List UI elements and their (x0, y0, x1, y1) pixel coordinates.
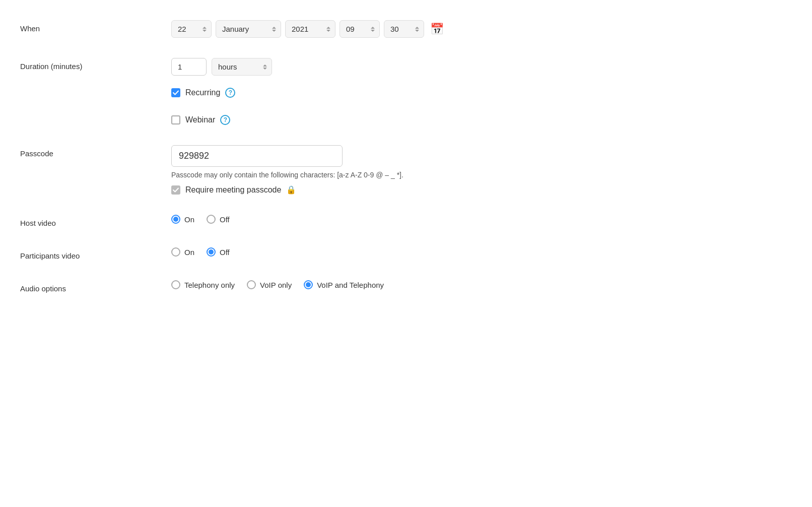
duration-minutes-input[interactable] (171, 58, 207, 76)
recurring-help-icon[interactable]: ? (225, 88, 235, 98)
passcode-row: Passcode Passcode may only contain the f… (20, 135, 792, 205)
voip-only-label: VoIP only (260, 281, 292, 289)
host-video-on-label: On (184, 215, 194, 224)
participants-video-radio-group: On Off (171, 247, 230, 257)
require-passcode-row: Require meeting passcode 🔒 (171, 185, 403, 195)
host-video-row: Host video On Off (20, 205, 792, 237)
recurring-checkbox[interactable] (171, 88, 180, 97)
day-select[interactable]: 22 (171, 20, 212, 38)
duration-checkboxes-stack: hours minutes Recurring ? (171, 58, 272, 125)
voip-telephony-option[interactable]: VoIP and Telephony (304, 280, 384, 289)
participants-video-off-option[interactable]: Off (207, 247, 230, 257)
telephony-only-label: Telephony only (184, 281, 235, 289)
voip-telephony-label: VoIP and Telephony (317, 281, 384, 289)
when-label: When (20, 20, 171, 33)
audio-options-controls: Telephony only VoIP only VoIP and Teleph… (171, 280, 792, 289)
participants-video-off-radio[interactable] (207, 247, 216, 257)
participants-video-off-label: Off (220, 248, 230, 257)
participants-video-on-option[interactable]: On (171, 247, 194, 257)
host-video-off-label: Off (220, 215, 230, 224)
participants-video-label: Participants video (20, 247, 171, 260)
minute-select[interactable]: 30 (384, 20, 424, 38)
passcode-controls: Passcode may only contain the following … (171, 145, 792, 195)
duration-input-row: hours minutes (171, 58, 272, 76)
duration-row: Duration (minutes) hours minutes (20, 48, 792, 135)
recurring-row: Recurring ? (171, 88, 272, 98)
passcode-label: Passcode (20, 145, 171, 158)
telephony-only-radio[interactable] (171, 280, 180, 289)
host-video-controls: On Off (171, 215, 792, 224)
participants-video-controls: On Off (171, 247, 792, 257)
host-video-off-radio[interactable] (207, 215, 216, 224)
require-passcode-checkbox[interactable] (171, 185, 180, 195)
lock-icon: 🔒 (286, 185, 296, 195)
voip-telephony-radio[interactable] (304, 280, 313, 289)
when-row: When 22 January February March April May… (20, 10, 792, 48)
duration-label: Duration (minutes) (20, 58, 171, 71)
recurring-label: Recurring (185, 88, 220, 97)
hours-select[interactable]: hours minutes (212, 58, 272, 76)
passcode-note: Passcode may only contain the following … (171, 171, 403, 179)
when-controls: 22 January February March April May June… (171, 20, 792, 38)
checkboxes-area: Recurring ? Webinar ? (171, 86, 272, 125)
month-select[interactable]: January February March April May June Ju… (216, 20, 281, 38)
host-video-off-option[interactable]: Off (207, 215, 230, 224)
duration-controls: hours minutes Recurring ? (171, 58, 792, 125)
host-video-on-option[interactable]: On (171, 215, 194, 224)
webinar-row: Webinar ? (171, 115, 272, 125)
calendar-button[interactable]: 📅 (428, 21, 446, 38)
audio-options-row: Audio options Telephony only VoIP only V… (20, 270, 792, 303)
passcode-input[interactable] (171, 145, 343, 167)
webinar-help-icon[interactable]: ? (220, 115, 230, 125)
audio-options-radio-group: Telephony only VoIP only VoIP and Teleph… (171, 280, 384, 289)
participants-video-on-radio[interactable] (171, 247, 180, 257)
year-select[interactable]: 2021 (285, 20, 335, 38)
telephony-only-option[interactable]: Telephony only (171, 280, 235, 289)
host-video-label: Host video (20, 215, 171, 227)
hour-select[interactable]: 09 (340, 20, 380, 38)
webinar-checkbox[interactable] (171, 115, 180, 124)
participants-video-row: Participants video On Off (20, 237, 792, 270)
host-video-radio-group: On Off (171, 215, 230, 224)
passcode-area: Passcode may only contain the following … (171, 145, 403, 195)
audio-options-label: Audio options (20, 280, 171, 293)
require-passcode-label: Require meeting passcode (185, 185, 281, 195)
participants-video-on-label: On (184, 248, 194, 257)
voip-only-radio[interactable] (247, 280, 256, 289)
host-video-on-radio[interactable] (171, 215, 180, 224)
webinar-label: Webinar (185, 115, 215, 124)
voip-only-option[interactable]: VoIP only (247, 280, 292, 289)
